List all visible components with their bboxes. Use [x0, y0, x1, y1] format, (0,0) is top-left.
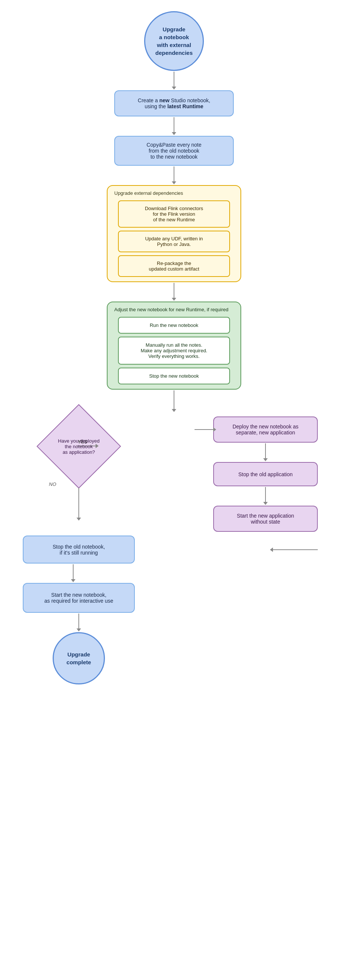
inner-green-3: Stop the new notebook: [118, 368, 230, 384]
diamond-label: Have you deployed the notebook as applic…: [56, 438, 101, 455]
arrow-4: [174, 283, 174, 298]
arrow-r1: [265, 443, 266, 458]
arrow-right-to-left: [273, 549, 318, 550]
outer-green-label: Adjust the new notebook for new Runtime,…: [113, 307, 228, 312]
right-step3-box: Start the new application without state: [213, 506, 318, 532]
arrow-2: [174, 117, 174, 132]
flowchart-diagram: Upgrade a notebook with external depende…: [0, 0, 348, 696]
step2-label: Copy&Paste every note from the old noteb…: [146, 142, 201, 160]
step1-box: Create a new Studio notebook,using the l…: [114, 90, 234, 116]
arrow-3: [174, 167, 174, 181]
inner-green-2: Manually run all the notes. Make any adj…: [118, 337, 230, 364]
step1-label: Create a new Studio notebook,using the l…: [138, 97, 210, 109]
arrow-no: [78, 488, 79, 518]
arrow-yes-to-deploy: [195, 429, 213, 430]
inner-yellow-3: Re-package the updated custom artifact: [118, 255, 230, 277]
arrow-6: [73, 564, 73, 579]
end-ellipse: Upgrade complete: [53, 632, 105, 684]
outer-yellow-box: Upgrade external dependencies Download F…: [107, 185, 241, 282]
inner-yellow-1: Download Flink connectors for the Flink …: [118, 200, 230, 228]
arrow-r2: [265, 487, 266, 502]
inner-yellow-2: Update any UDF, written in Python or Jav…: [118, 231, 230, 252]
outer-yellow-label: Upgrade external dependencies: [113, 190, 183, 196]
start-new-notebook-box: Start the new notebook, as required for …: [23, 583, 135, 613]
right-step1-box: Deploy the new notebook as separate, new…: [213, 417, 318, 442]
stop-old-notebook-box: Stop the old notebook, if it's still run…: [23, 536, 135, 563]
arrow-1: [174, 72, 174, 87]
right-step2-box: Stop the old application: [213, 462, 318, 486]
arrow-5: [174, 390, 174, 409]
step2-box: Copy&Paste every note from the old noteb…: [114, 136, 234, 166]
outer-green-box: Adjust the new notebook for new Runtime,…: [107, 302, 241, 390]
diamond-container: Have you deployed the notebook as applic…: [45, 413, 112, 480]
inner-green-1: Run the new notebook: [118, 317, 230, 334]
no-label: NO: [49, 481, 56, 487]
arrow-7: [78, 614, 79, 628]
start-ellipse: Upgrade a notebook with external depende…: [144, 11, 204, 71]
